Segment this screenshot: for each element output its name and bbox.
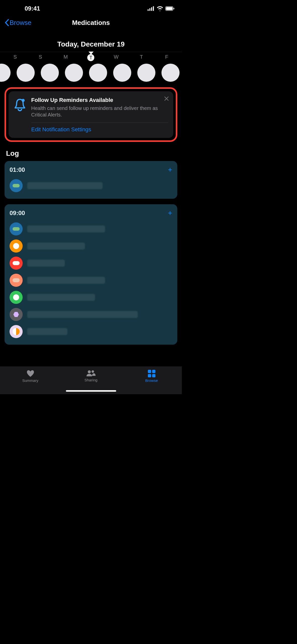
medication-row[interactable] [10,220,172,237]
medication-icon [10,222,23,235]
chevron-left-icon [5,19,9,26]
log-card[interactable]: 09:00+ [5,204,177,345]
medication-icon [10,308,23,321]
svg-point-7 [22,99,25,102]
medication-name-redacted [27,260,65,267]
medication-name-redacted [27,294,95,301]
svg-rect-1 [149,8,150,11]
medication-name-redacted [27,182,103,189]
notification-highlight: Follow Up Reminders Available Health can… [5,87,177,142]
status-icons [148,6,175,11]
medication-icon [10,291,23,304]
log-heading: Log [6,149,176,157]
svg-rect-5 [166,7,173,10]
nav-bar: Browse Medications [0,15,182,30]
medication-icon [10,179,23,192]
tab-browse[interactable]: Browse [121,367,182,394]
svg-rect-10 [148,370,151,373]
notification-card[interactable]: Follow Up Reminders Available Health can… [9,91,173,138]
log-card[interactable]: 01:00+ [5,161,177,199]
medication-name-redacted [27,225,105,232]
medication-row[interactable] [10,272,172,289]
tab-label: Browse [145,378,158,383]
medication-row[interactable] [10,177,172,194]
log-time: 01:00 [10,166,25,173]
date-header: Today, December 19 [0,40,182,48]
day-circle[interactable] [161,64,180,82]
medication-name-redacted [27,328,67,335]
day-circle[interactable] [41,64,59,82]
medication-row[interactable] [10,306,172,323]
close-icon[interactable] [164,96,169,102]
day-label[interactable]: T [87,54,94,61]
bell-icon [14,98,27,133]
battery-icon [165,6,175,11]
back-label: Browse [10,19,31,27]
status-time: 09:41 [25,5,40,12]
page-title: Medications [72,19,110,27]
medication-icon [10,274,23,287]
edit-notification-settings-link[interactable]: Edit Notification Settings [31,126,168,133]
medication-icon [10,325,23,338]
tab-label: Sharing [84,378,98,382]
grid-icon [148,370,155,377]
svg-point-8 [88,370,91,373]
day-label[interactable]: S [6,54,24,61]
log-time: 09:00 [10,210,25,217]
day-label[interactable]: T [133,54,150,61]
medication-name-redacted [27,277,105,284]
day-circle[interactable] [137,64,155,82]
svg-rect-6 [174,8,174,9]
svg-rect-0 [148,9,149,11]
medication-icon [10,257,23,270]
week-strip[interactable]: SSMTWTF [0,52,182,82]
add-log-button[interactable]: + [168,209,172,217]
medication-row[interactable] [10,289,172,306]
day-label[interactable]: F [158,54,176,61]
medication-row[interactable] [10,323,172,340]
day-circle[interactable] [17,64,35,82]
medication-row[interactable] [10,237,172,255]
tab-summary[interactable]: Summary [0,367,61,394]
medication-row[interactable] [10,255,172,272]
svg-rect-11 [152,370,155,373]
svg-rect-12 [148,374,151,377]
medication-icon [10,239,23,253]
svg-rect-2 [151,7,152,11]
svg-rect-13 [152,374,155,377]
heart-icon [26,370,35,377]
day-circle[interactable] [0,64,11,82]
status-bar: 09:41 [0,0,182,15]
notification-title: Follow Up Reminders Available [31,97,168,103]
divider [31,123,168,123]
medication-name-redacted [27,243,85,250]
home-indicator[interactable] [66,390,116,392]
caret-down-icon [89,52,94,55]
tab-bar: Summary Sharing Browse [0,367,182,394]
svg-rect-3 [153,6,154,11]
svg-point-9 [92,370,94,373]
back-button[interactable]: Browse [5,19,31,27]
medication-name-redacted [27,311,138,318]
notification-description: Health can send follow up reminders and … [31,105,168,118]
people-icon [86,370,96,377]
day-circle[interactable] [113,64,131,82]
tab-label: Summary [22,378,38,383]
cellular-icon [148,6,155,11]
add-log-button[interactable]: + [168,166,172,174]
day-label[interactable]: M [57,54,74,61]
day-circle[interactable] [89,64,107,82]
wifi-icon [157,6,163,11]
day-label[interactable]: W [107,54,125,61]
day-circle[interactable] [65,64,83,82]
day-label[interactable]: S [32,54,49,61]
